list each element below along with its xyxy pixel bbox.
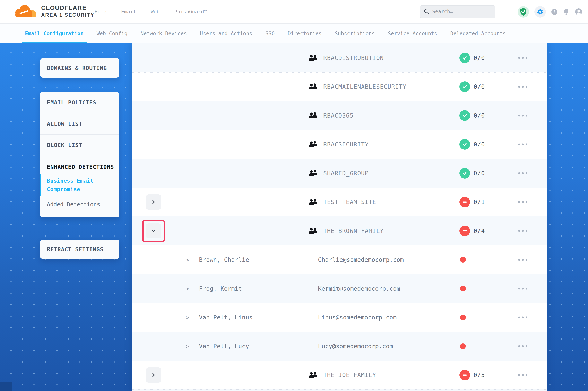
sidebar-item-added-detections[interactable]: Added Detections (40, 197, 119, 212)
group-icon (309, 54, 318, 62)
expand-group-button[interactable] (146, 368, 161, 383)
svg-text:?: ? (553, 9, 556, 14)
group-icon (309, 112, 318, 119)
sidebar-item-business-email-compromise[interactable]: Business Email Compromise (40, 173, 119, 197)
tab-directories[interactable]: Directories (288, 23, 322, 43)
sidebar-item-domains-routing[interactable]: DOMAINS & ROUTING (40, 58, 119, 78)
group-name: RBACMAILENABLESECURITY (323, 83, 406, 90)
row-actions-menu[interactable] (516, 199, 529, 205)
group-row-the-joe-family: THE JOE FAMILY0/5 (132, 361, 547, 389)
nav-item-phishguard-[interactable]: PhishGuard™ (174, 9, 207, 15)
status-check-badge (459, 110, 470, 121)
nav-item-web[interactable]: Web (151, 9, 159, 15)
group-name: RBACSECURITY (323, 141, 369, 148)
tab-delegated-accounts[interactable]: Delegated Accounts (450, 23, 506, 43)
row-actions-menu[interactable] (516, 343, 529, 349)
search-icon (424, 8, 429, 15)
cloudflare-cloud-icon (11, 2, 38, 20)
status-check-badge (459, 139, 470, 150)
expand-member-chevron[interactable]: > (186, 314, 189, 320)
row-actions-menu[interactable] (516, 286, 529, 292)
top-header: CLOUDFLARE AREA 1 SECURITY HomeEmailWebP… (0, 0, 588, 23)
cloudflare-logo[interactable]: CLOUDFLARE AREA 1 SECURITY (11, 2, 94, 20)
status-alert-dot (460, 286, 466, 292)
sidebar-item-allow-list[interactable]: ALLOW LIST (40, 113, 119, 135)
tab-sso[interactable]: SSO (265, 23, 275, 43)
expand-member-chevron[interactable]: > (186, 256, 189, 263)
status-alert-dot (460, 314, 466, 320)
collapse-group-button[interactable] (146, 223, 161, 238)
group-row-rbacmailenablesecurity: RBACMAILENABLESECURITY0/0 (132, 72, 547, 101)
tab-service-accounts[interactable]: Service Accounts (388, 23, 437, 43)
tab-email-configuration[interactable]: Email Configuration (25, 23, 84, 43)
row-actions-menu[interactable] (516, 55, 529, 61)
help-icon[interactable]: ? (551, 8, 558, 15)
member-email: Linus@somedemocorp.com (318, 314, 397, 321)
group-icon (309, 141, 318, 148)
row-actions-menu[interactable] (516, 257, 529, 263)
status-blocked-badge (459, 226, 470, 236)
member-count: 0/4 (473, 227, 485, 234)
brand-text: CLOUDFLARE AREA 1 SECURITY (41, 4, 94, 18)
member-count: 0/0 (473, 54, 485, 61)
brand-subname: AREA 1 SECURITY (41, 12, 94, 18)
status-blocked-badge (459, 370, 470, 380)
nav-item-email[interactable]: Email (121, 9, 136, 15)
status-check-badge (459, 53, 470, 63)
status-alert-dot (460, 343, 466, 349)
row-actions-menu[interactable] (516, 228, 529, 234)
config-tabs: Email ConfigurationWeb ConfigNetwork Dev… (0, 23, 588, 43)
row-actions-menu[interactable] (516, 314, 529, 320)
group-row-rbacsecurity: RBACSECURITY0/0 (132, 130, 547, 159)
row-actions-menu[interactable] (516, 84, 529, 90)
expand-member-chevron[interactable]: > (186, 343, 189, 349)
sidebar-card-policies: EMAIL POLICIESALLOW LISTBLOCK LIST ENHAN… (40, 92, 119, 217)
search-input[interactable] (432, 8, 492, 15)
group-name: THE JOE FAMILY (323, 372, 376, 379)
group-row-shared-group: SHARED_GROUP0/0 (132, 159, 547, 188)
gear-icon[interactable] (534, 6, 546, 18)
row-actions-menu[interactable] (516, 141, 529, 147)
tab-users-and-actions[interactable]: Users and Actions (200, 23, 252, 43)
group-icon (309, 170, 318, 177)
tab-web-config[interactable]: Web Config (97, 23, 128, 43)
status-alert-dot (460, 257, 466, 263)
sidebar-item-email-policies[interactable]: EMAIL POLICIES (40, 92, 119, 113)
group-name: TEST TEAM SITE (323, 198, 376, 205)
group-icon (309, 83, 318, 90)
top-nav: HomeEmailWebPhishGuard™ (95, 0, 207, 23)
corner-chip (0, 382, 12, 391)
row-actions-menu[interactable] (516, 372, 529, 378)
tab-network-devices[interactable]: Network Devices (141, 23, 187, 43)
group-name: THE BROWN FAMILY (323, 227, 384, 234)
shield-check-icon[interactable] (518, 6, 529, 18)
group-row-test-team-site: TEST TEAM SITE0/1 (132, 188, 547, 216)
account-icon[interactable] (575, 8, 582, 15)
tab-subscriptions[interactable]: Subscriptions (335, 23, 375, 43)
expand-group-button[interactable] (146, 195, 161, 210)
group-name: RBACDISTRUBUTION (323, 54, 384, 61)
group-name: SHARED_GROUP (323, 170, 369, 177)
member-count: 0/0 (473, 141, 485, 148)
member-count: 0/5 (473, 372, 485, 379)
group-icon (309, 371, 318, 379)
member-name: Van Pelt, Lucy (199, 343, 249, 350)
member-name: Van Pelt, Linus (199, 314, 253, 321)
member-count: 0/0 (473, 170, 485, 177)
expand-member-chevron[interactable]: > (186, 285, 189, 292)
row-actions-menu[interactable] (516, 170, 529, 176)
row-actions-menu[interactable] (516, 112, 529, 118)
sidebar-item-retract-settings[interactable]: RETRACT SETTINGS (40, 240, 119, 259)
member-count: 0/1 (473, 198, 485, 205)
sidebar-item-block-list[interactable]: BLOCK LIST (40, 135, 119, 156)
search-box[interactable] (420, 5, 495, 18)
member-count: 0/0 (473, 83, 485, 90)
policy-list: EMAIL POLICIESALLOW LISTBLOCK LIST (40, 92, 119, 156)
member-row-van-pelt-linus: >Van Pelt, LinusLinus@somedemocorp.com (132, 303, 547, 332)
brand-name: CLOUDFLARE (41, 4, 94, 11)
group-row-the-brown-family: THE BROWN FAMILY0/4 (132, 216, 547, 245)
group-icon (309, 198, 318, 206)
group-row-rbacdistrubution: RBACDISTRUBUTION0/0 (132, 43, 547, 72)
nav-item-home[interactable]: Home (95, 9, 107, 15)
bell-icon[interactable] (563, 8, 570, 15)
